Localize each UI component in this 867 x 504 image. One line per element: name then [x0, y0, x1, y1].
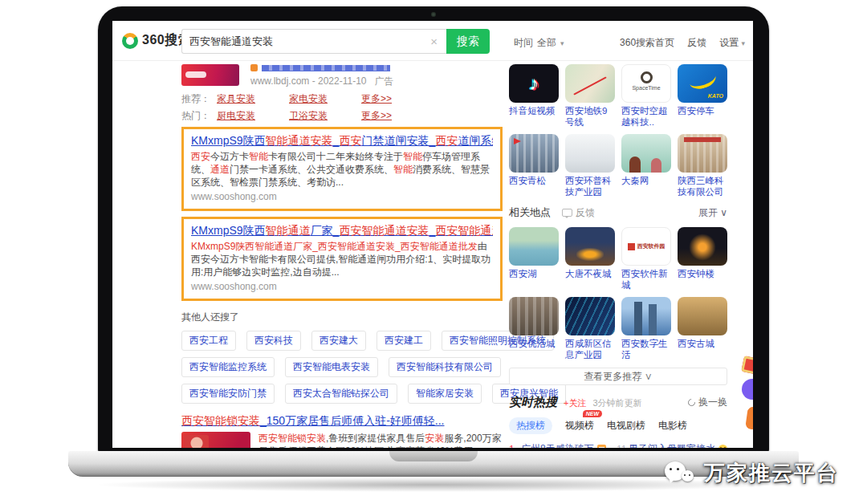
result-url: www.sooshong.com [191, 281, 493, 293]
result-title[interactable]: KMxmpS9陕西智能通道安装_西安门禁道闸安装_西安道闸系统研... [191, 134, 493, 148]
tile-digital-life[interactable]: 西安数字生活 [621, 297, 671, 360]
clear-search-icon[interactable]: × [429, 35, 439, 48]
related-tag[interactable]: 西安建工 [377, 331, 431, 351]
result-description: KMxmpS9陕西智能通道厂家_西安智能通道安装_西安智能通道批发由西安今迈方卡… [191, 240, 493, 278]
related-tag[interactable]: 西安太合智能钻探公司 [285, 384, 397, 404]
result-url: www.sooshong.com [191, 191, 493, 203]
expand-button[interactable]: 展开 ∨ [698, 206, 727, 220]
refresh-icon [686, 397, 697, 408]
tab-hot-list[interactable]: 热搜榜 [509, 417, 552, 434]
recommend-row: 推荐：家具安装家电安装更多>> [181, 93, 503, 104]
new-badge: NEW [583, 410, 602, 417]
highlighted-result-1: KMxmpS9陕西智能通道安装_西安门禁道闸安装_西安道闸系统研... 西安今迈… [181, 127, 503, 211]
tile-metro-line9[interactable]: 西安地铁9号线 [565, 64, 615, 128]
interview-image [621, 134, 671, 173]
tile-spacetime[interactable]: SpaceTime 西安时空超越科技.. [621, 64, 671, 128]
highlighted-result-2: KMxmpS9陕西智能通道厂家_西安智能通道安装_西安智能通道批... KMxm… [181, 217, 503, 301]
360-logo-icon [122, 33, 138, 49]
bell-tower-image [678, 227, 727, 266]
follow-link[interactable]: +关注 [564, 397, 586, 409]
tile-huanpu[interactable]: 西安环普科技产业园 [565, 134, 615, 197]
tab-tv-list[interactable]: 电视剧榜 [607, 417, 645, 434]
refresh-button[interactable]: 换一换 [688, 396, 727, 409]
tile-gucheng[interactable]: 西安古城 [678, 297, 727, 360]
search-box[interactable]: × [181, 29, 446, 54]
settings-link[interactable]: 设置 ▾ [719, 36, 745, 50]
tile-bell-tower[interactable]: 西安钟楼 [678, 227, 727, 291]
tab-movie-list[interactable]: 电影榜 [658, 417, 687, 434]
search-input[interactable] [189, 35, 429, 47]
tile-youhuo[interactable]: 西安优活城 [509, 297, 559, 360]
updated-timestamp: 3分钟前更新 [592, 397, 641, 409]
face-emoji-icon [718, 445, 727, 448]
browser-viewport: 360搜索 × 搜索 时间 全部 ▾ 360搜索首页 反馈 设置 ▾ [112, 21, 753, 448]
more-link[interactable]: 更多>> [361, 93, 392, 104]
ad-url-line: www.lbdj.com - 2022-11-10广告 [250, 75, 394, 87]
rec-link[interactable]: 厨电安装 [217, 110, 289, 121]
home-link[interactable]: 360搜索首页 [620, 36, 674, 50]
related-tags-row: 西安智能安防门禁 西安太合智能钻探公司 智能家居安装 西安唐兴智能 [181, 384, 503, 404]
sidebar-column: ♪ 抖音短视频 西安地铁9号线 SpaceTime 西安时空超越科技.. KAT… [509, 64, 727, 448]
tile-datang[interactable]: 大唐不夜城 [565, 227, 615, 291]
ad-thumbnail[interactable] [181, 64, 239, 86]
partial-link-bar [262, 65, 390, 71]
hot-item[interactable]: 1 广州8天感染破万 [509, 442, 612, 448]
hot-item[interactable]: 11 男子闯入母婴室接水 [617, 442, 727, 448]
feedback-link[interactable]: 反馈 [687, 36, 706, 50]
related-tag[interactable]: 西安智能科技有限公司 [389, 357, 501, 377]
related-tag[interactable]: 西安智能监控系统 [181, 357, 275, 377]
rec-link[interactable]: 家电安装 [289, 93, 361, 104]
feedback-icon [562, 209, 572, 217]
related-tags-row: 西安工程 西安科技 西安建大 西安建工 西安智能照明控制系统 [181, 331, 503, 351]
hot-row: 热门：厨电安装卫浴安装更多>> [181, 110, 503, 121]
floating-promo-icon[interactable] [741, 356, 753, 375]
related-tag[interactable]: 西安智能安防门禁 [181, 384, 275, 404]
feedback-button[interactable]: 反馈 [562, 206, 595, 220]
tile-daqin[interactable]: 大秦网 [621, 134, 671, 197]
header-links: 360搜索首页 反馈 设置 ▾ [620, 36, 745, 50]
partial-ad-link[interactable] [250, 64, 394, 71]
chevron-down-icon: ▾ [741, 39, 745, 47]
tab-video-list[interactable]: 视频榜NEW [565, 417, 594, 434]
watermark-text: 万家推云平台 [704, 459, 839, 487]
laptop-notch [389, 451, 478, 461]
ad-result-smartlock: 西安智能锁安装_150万家居售后师傅入驻-好师傅轻... 电子锁安装 西安智能锁… [181, 414, 503, 448]
related-apps-grid: ♪ 抖音短视频 西安地铁9号线 SpaceTime 西安时空超越科技.. KAT… [509, 64, 727, 197]
related-tag[interactable]: 西安建大 [311, 331, 366, 351]
tile-xixian[interactable]: 西咸新区信息产业园 [565, 297, 615, 360]
parking-logo: KATO [678, 64, 727, 103]
more-link[interactable]: 更多>> [361, 110, 392, 121]
tile-lake[interactable]: 西安湖 [509, 227, 559, 291]
search-button[interactable]: 搜索 [446, 29, 490, 54]
wechat-bubbles-icon [665, 461, 697, 486]
result-description: 西安智能锁安装,鲁班到家提供家具售后安装服务,200万家居售后师傅覆盖全国98%… [258, 432, 503, 448]
tile-parking[interactable]: KATO 西安停车 [678, 64, 727, 128]
ad-thumbnail[interactable]: 电子锁安装 [181, 432, 250, 448]
time-filter-label: 时间 [514, 36, 533, 50]
result-title[interactable]: KMxmpS9陕西智能通道厂家_西安智能通道安装_西安智能通道批... [191, 224, 493, 238]
tile-software-city[interactable]: 西安软件园 西安软件新城 [621, 227, 671, 291]
metro-map-image [565, 64, 615, 103]
rec-link[interactable]: 卫浴安装 [289, 110, 361, 121]
related-tag[interactable]: 西安工程 [181, 331, 236, 351]
tile-sanfeng[interactable]: 陕西三峰科技有限公司 [678, 134, 727, 197]
related-tag[interactable]: 西安科技 [246, 331, 301, 351]
chevron-down-icon: ▾ [560, 39, 564, 47]
related-tag[interactable]: 西安智能电表安装 [285, 357, 378, 377]
view-more-button[interactable]: 查看更多推荐 ∨ [509, 368, 727, 385]
related-searches-header: 其他人还搜了 [181, 311, 503, 324]
tile-qingsong[interactable]: 西安青松 [509, 134, 559, 197]
time-filter-value: 全部 [537, 36, 556, 50]
hot-search-tabs: 热搜榜 视频榜NEW 电视剧榜 电影榜 [509, 417, 727, 434]
rec-link[interactable]: 家具安装 [217, 93, 289, 104]
software-park-logo: 西安软件园 [621, 227, 671, 266]
result-title[interactable]: 西安智能锁安装_150万家居售后师傅入驻-好师傅轻... [181, 414, 503, 428]
results-page: www.lbdj.com - 2022-11-10广告 推荐：家具安装家电安装更… [112, 61, 753, 448]
hot-search-list: 1 广州8天感染破万 11 男子闯入母婴室接水 2 地球首位星际访客 [509, 442, 727, 448]
douyin-icon: ♪ [509, 64, 559, 103]
related-tag[interactable]: 智能家居安装 [408, 384, 482, 404]
search-header: 360搜索 × 搜索 时间 全部 ▾ 360搜索首页 反馈 设置 ▾ [112, 21, 753, 61]
ad-tag: 广告 [375, 75, 394, 87]
time-filter[interactable]: 时间 全部 ▾ [514, 36, 564, 50]
tile-douyin[interactable]: ♪ 抖音短视频 [509, 64, 559, 128]
